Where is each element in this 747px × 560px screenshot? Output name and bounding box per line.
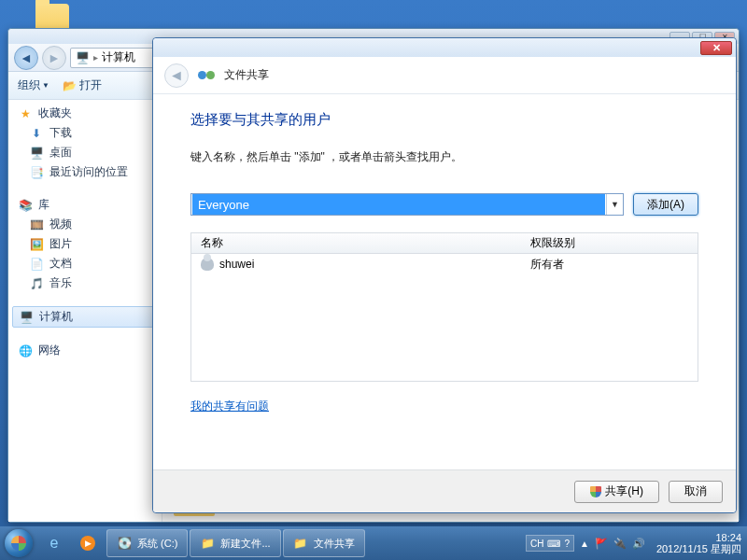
col-name-header[interactable]: 名称 (191, 235, 523, 251)
tray-volume-icon[interactable]: 🔊 (632, 538, 645, 550)
sidebar-pictures[interactable]: 🖼️图片 (8, 234, 162, 254)
help-link[interactable]: 我的共享有问题 (190, 399, 269, 414)
pinned-media[interactable]: ▶ (71, 529, 105, 557)
clock-time: 18:24 (656, 532, 741, 543)
cancel-button[interactable]: 取消 (669, 481, 723, 503)
sidebar-desktop[interactable]: 🖥️桌面 (8, 143, 162, 162)
sidebar-recent[interactable]: 📑最近访问的位置 (8, 162, 162, 182)
permissions-table: 名称 权限级别 shuwei 所有者 (190, 232, 698, 382)
folder-icon: 📁 (200, 536, 215, 551)
folder-icon (35, 4, 69, 30)
computer-icon: 🖥️ (75, 50, 90, 65)
sidebar-videos[interactable]: 🎞️视频 (8, 215, 162, 234)
dialog-header: ◄ 文件共享 (153, 57, 736, 94)
tray-flag-icon[interactable]: 🚩 (595, 538, 608, 550)
document-icon: 📄 (29, 257, 44, 272)
table-row[interactable]: shuwei 所有者 (191, 254, 698, 274)
video-icon: 🎞️ (29, 217, 44, 232)
taskbar-clock[interactable]: 18:24 2012/11/15 星期四 (656, 532, 741, 554)
user-input[interactable] (192, 194, 605, 215)
taskbar-item-newfolder[interactable]: 📁新建文件... (190, 529, 280, 557)
library-icon: 📚 (18, 198, 33, 213)
table-header: 名称 权限级别 (191, 233, 698, 254)
dialog-heading: 选择要与其共享的用户 (190, 111, 698, 129)
toolbar-open[interactable]: 📂打开 (63, 77, 102, 93)
nav-forward-button[interactable]: ► (42, 46, 66, 70)
sidebar-downloads[interactable]: ⬇下载 (8, 123, 162, 143)
user-combobox[interactable]: ▼ (190, 193, 624, 216)
sidebar-documents[interactable]: 📄文档 (8, 254, 162, 273)
dialog-close-button[interactable]: ✕ (700, 41, 732, 55)
computer-icon: 🖥️ (19, 310, 34, 325)
breadcrumb-separator: ▸ (93, 52, 98, 63)
start-button[interactable] (0, 526, 37, 560)
dropdown-icon: ▼ (42, 81, 49, 90)
pinned-ie[interactable]: e (37, 529, 71, 557)
share-users-icon (198, 67, 215, 84)
system-tray: CH⌨? ▲ 🚩 🔌 🔊 18:24 2012/11/15 星期四 (526, 532, 741, 554)
clock-date: 2012/11/15 星期四 (656, 543, 741, 554)
share-button[interactable]: 共享(H) (574, 481, 659, 503)
breadcrumb-label: 计算机 (102, 49, 135, 65)
sidebar-favorites-head[interactable]: ★收藏夹 (8, 104, 162, 123)
download-icon: ⬇ (29, 126, 44, 141)
tray-chevron-icon[interactable]: ▲ (580, 539, 589, 549)
dialog-instruction: 键入名称，然后单击 "添加" ，或者单击箭头查找用户。 (190, 149, 698, 165)
music-icon: 🎵 (29, 276, 44, 291)
network-icon: 🌐 (18, 343, 33, 358)
taskbar: e ▶ 💽系统 (C:) 📁新建文件... 📁文件共享 CH⌨? ▲ 🚩 🔌 🔊… (0, 526, 747, 560)
tray-network-icon[interactable]: 🔌 (613, 538, 627, 550)
row-user-name: shuwei (219, 258, 254, 271)
sidebar-network[interactable]: 🌐网络 (8, 341, 162, 360)
row-user-perm: 所有者 (523, 257, 698, 273)
keyboard-icon: ⌨ (547, 539, 560, 549)
col-perm-header[interactable]: 权限级别 (523, 235, 698, 251)
taskbar-item-system-c[interactable]: 💽系统 (C:) (106, 529, 188, 557)
user-icon (201, 258, 214, 271)
file-sharing-dialog: ✕ ◄ 文件共享 选择要与其共享的用户 键入名称，然后单击 "添加" ，或者单击… (152, 37, 737, 513)
sidebar-computer[interactable]: 🖥️计算机 (12, 306, 158, 328)
ie-icon: e (50, 535, 59, 552)
sidebar-music[interactable]: 🎵音乐 (8, 273, 162, 293)
shield-icon (590, 486, 601, 497)
dialog-title: 文件共享 (224, 67, 269, 83)
user-input-row: ▼ 添加(A) (190, 193, 698, 216)
taskbar-item-fileshare[interactable]: 📁文件共享 (283, 529, 365, 557)
media-icon: ▶ (80, 536, 95, 551)
open-folder-icon: 📂 (63, 78, 78, 93)
dialog-body: 选择要与其共享的用户 键入名称，然后单击 "添加" ，或者单击箭头查找用户。 ▼… (153, 94, 736, 469)
dialog-titlebar: ✕ (153, 38, 736, 57)
combobox-arrow-icon[interactable]: ▼ (606, 194, 623, 215)
star-icon: ★ (18, 106, 33, 121)
sidebar-libraries-head[interactable]: 📚库 (8, 195, 162, 215)
add-button[interactable]: 添加(A) (633, 193, 698, 216)
recent-icon: 📑 (29, 165, 44, 180)
ime-indicator[interactable]: CH⌨? (526, 535, 574, 552)
desktop-icon: 🖥️ (29, 146, 44, 161)
folder-icon: 📁 (293, 536, 308, 551)
drive-icon: 💽 (117, 536, 132, 551)
windows-orb-icon (5, 529, 33, 557)
dialog-back-button[interactable]: ◄ (164, 63, 189, 88)
help-icon: ? (564, 539, 570, 549)
toolbar-organize[interactable]: 组织 ▼ (18, 77, 49, 93)
nav-back-button[interactable]: ◄ (14, 46, 38, 70)
dialog-footer: 共享(H) 取消 (153, 469, 736, 512)
explorer-sidebar: ★收藏夹 ⬇下载 🖥️桌面 📑最近访问的位置 📚库 🎞️视频 🖼️图片 📄文档 … (8, 100, 162, 522)
picture-icon: 🖼️ (29, 237, 44, 252)
